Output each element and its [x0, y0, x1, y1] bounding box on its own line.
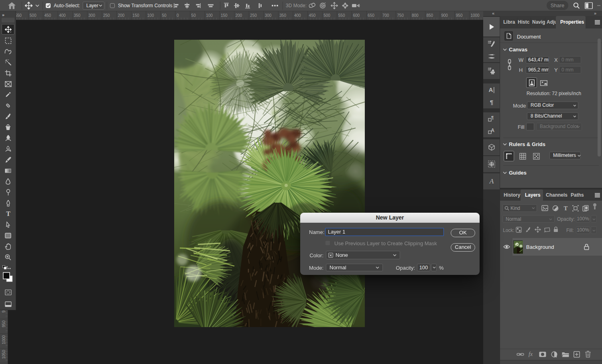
svg-text:A: A — [488, 86, 493, 93]
svg-text:300: 300 — [88, 13, 95, 18]
svg-text:700: 700 — [382, 13, 389, 18]
svg-text:100: 100 — [147, 13, 154, 18]
svg-text:A: A — [489, 178, 494, 185]
svg-text:400: 400 — [294, 13, 301, 18]
svg-text:1000: 1000 — [2, 335, 6, 344]
svg-text:400: 400 — [59, 13, 66, 18]
svg-text:800: 800 — [412, 13, 419, 18]
svg-text:350: 350 — [279, 13, 286, 18]
svg-text:100: 100 — [206, 13, 213, 18]
svg-text:200: 200 — [236, 13, 242, 18]
svg-text:150: 150 — [221, 13, 228, 18]
svg-text:1050: 1050 — [2, 350, 6, 359]
svg-text:A: A — [491, 128, 494, 133]
svg-text:¶: ¶ — [491, 115, 494, 120]
svg-text:500: 500 — [323, 13, 330, 18]
svg-text:250: 250 — [250, 13, 257, 18]
svg-text:900: 900 — [441, 13, 448, 18]
svg-text:¶: ¶ — [490, 99, 493, 106]
svg-text:T: T — [563, 205, 567, 211]
svg-text:450: 450 — [309, 13, 316, 18]
svg-text:150: 150 — [132, 13, 139, 18]
svg-text:200: 200 — [118, 13, 125, 18]
svg-text:750: 750 — [397, 13, 404, 18]
svg-text:1000: 1000 — [470, 13, 480, 18]
svg-text:600: 600 — [353, 13, 360, 18]
svg-text:250: 250 — [103, 13, 110, 18]
svg-text:500: 500 — [30, 13, 37, 18]
svg-text:50: 50 — [162, 13, 167, 18]
svg-text:300: 300 — [265, 13, 272, 18]
svg-text:450: 450 — [44, 13, 51, 18]
svg-text:50: 50 — [191, 13, 196, 18]
svg-text:0: 0 — [177, 13, 179, 18]
svg-text:950: 950 — [2, 320, 6, 327]
svg-text:550: 550 — [338, 13, 345, 18]
svg-text:T: T — [6, 211, 10, 217]
svg-text:350: 350 — [74, 13, 81, 18]
svg-text:950: 950 — [456, 13, 463, 18]
svg-text:650: 650 — [368, 13, 374, 18]
svg-text:850: 850 — [427, 13, 433, 18]
